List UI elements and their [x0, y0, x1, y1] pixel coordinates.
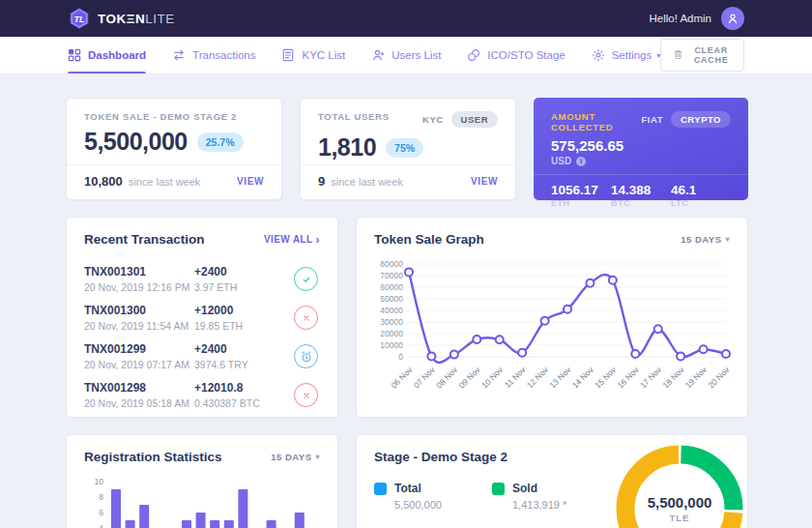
svg-text:70000: 70000 — [380, 271, 403, 280]
crypto-value: 1056.17 — [551, 183, 611, 197]
token-sale-badge: 25.7% — [197, 132, 244, 152]
svg-text:06 Nov: 06 Nov — [389, 365, 415, 391]
transaction-id: TNX001299 — [84, 342, 194, 356]
legend-swatch — [374, 483, 387, 495]
total-users-delta-caption: since last week — [331, 176, 403, 188]
users-list-icon — [371, 48, 385, 62]
stage-title: Stage - Demo Stage 2 — [374, 450, 508, 464]
middle-row: Recent Transaction VIEW ALL › TNX0013012… — [66, 217, 748, 418]
ico-stage-icon — [467, 48, 480, 62]
svg-text:80000: 80000 — [380, 259, 403, 269]
user-toggle[interactable]: USER — [451, 111, 498, 128]
crypto-unit: LTC — [671, 198, 731, 208]
graph-range-dropdown[interactable]: 15 DAYS ▾ — [681, 234, 730, 245]
transaction-amount: +12000 — [194, 304, 294, 317]
chevron-down-icon: ▾ — [656, 51, 660, 60]
stats-range-dropdown[interactable]: 15 DAYS ▾ — [271, 452, 320, 462]
tokenlite-logo-icon: TL — [68, 7, 91, 30]
svg-text:10: 10 — [95, 477, 104, 486]
nav-item-dashboard[interactable]: Dashboard — [68, 37, 146, 73]
transaction-amount: +2400 — [194, 265, 294, 279]
svg-text:0: 0 — [398, 352, 403, 362]
main-nav: DashboardTransactionsKYC ListUsers ListI… — [0, 37, 812, 74]
amount-collected-card: AMOUNT COLLECTED FIAT CRYPTO 575,256.65 … — [534, 98, 748, 200]
greeting-text: Hello! Admin — [649, 13, 711, 24]
transaction-row[interactable]: TNX00130020 Nov, 2019 11:54 AM+1200019.8… — [67, 304, 337, 332]
legend-item-sold: Sold1,413,919 * — [492, 482, 602, 511]
view-all-link[interactable]: VIEW ALL › — [264, 234, 320, 246]
topbar-right: Hello! Admin — [649, 7, 744, 30]
transaction-crypto-amount: 3.97 ETH — [194, 281, 294, 293]
crypto-amounts: 1056.17ETH14.388BTC46.1LTC — [551, 175, 731, 208]
dashboard-icon — [68, 48, 81, 62]
transaction-row[interactable]: TNX00129820 Nov, 2019 05:18 AM+12010.80.… — [67, 381, 337, 409]
nav-item-settings[interactable]: Settings▾ — [592, 37, 661, 73]
clear-cache-label: CLEAR CACHE — [690, 45, 732, 65]
stats-range-label: 15 DAYS — [271, 452, 311, 462]
clear-cache-button[interactable]: CLEAR CACHE — [660, 39, 744, 72]
token-sale-delta: 10,800 — [84, 174, 123, 189]
token-sale-line-chart: 0100002000030000400005000060000700008000… — [372, 256, 734, 409]
transaction-date: 20 Nov, 2019 07:17 AM — [84, 359, 194, 370]
dashboard-content: TOKEN SALE - DEMO STAGE 2 5,500,000 25.7… — [0, 74, 812, 528]
nav-item-kyc-list[interactable]: KYC List — [281, 37, 345, 73]
svg-text:09 Nov: 09 Nov — [457, 365, 483, 391]
token-sale-value: 5,500,000 — [84, 128, 188, 156]
crypto-unit: ETH — [551, 198, 611, 208]
chevron-down-icon: ▾ — [725, 235, 730, 244]
svg-text:17 Nov: 17 Nov — [638, 365, 664, 391]
svg-text:40000: 40000 — [380, 306, 403, 315]
svg-text:16 Nov: 16 Nov — [616, 365, 642, 391]
bottom-row: Registration Statistics 15 DAYS ▾ 108642… — [66, 434, 748, 528]
total-users-label: TOTAL USERS — [318, 111, 390, 122]
logo-monogram: TL — [74, 15, 85, 24]
brand-logo[interactable]: TL TOKΞNLITE — [68, 7, 175, 30]
transaction-row[interactable]: TNX00129920 Nov, 2019 07:17 AM+24003974.… — [67, 342, 337, 370]
transaction-crypto-amount: 3974.6 TRY — [194, 359, 294, 370]
transactions-icon — [172, 48, 186, 62]
legend-value: 5,500,000 — [394, 499, 492, 511]
crypto-amount-eth: 1056.17ETH — [551, 183, 611, 208]
svg-text:6: 6 — [99, 508, 103, 517]
settings-icon — [592, 48, 605, 62]
registration-statistics-title: Registration Statistics — [84, 450, 222, 464]
nav-item-transactions[interactable]: Transactions — [172, 37, 255, 73]
svg-text:08 Nov: 08 Nov — [434, 365, 460, 391]
svg-text:20000: 20000 — [380, 329, 403, 338]
status-approved-icon — [294, 267, 318, 291]
crypto-toggle[interactable]: CRYPTO — [671, 111, 731, 128]
registration-statistics-panel: Registration Statistics 15 DAYS ▾ 108642 — [66, 434, 338, 528]
legend-label: Sold — [512, 482, 537, 495]
total-users-delta: 9 — [318, 174, 325, 189]
registration-bar-chart: 108642 — [82, 474, 320, 528]
stage-panel: Stage - Demo Stage 2 Total5,500,000Sold1… — [356, 434, 748, 528]
total-users-view-link[interactable]: VIEW — [471, 176, 498, 187]
nav-item-label: Dashboard — [88, 49, 146, 61]
status-pending-icon — [294, 344, 318, 368]
svg-text:50000: 50000 — [380, 294, 403, 304]
nav-item-users-list[interactable]: Users List — [371, 37, 441, 73]
person-icon — [726, 12, 740, 25]
svg-text:13 Nov: 13 Nov — [547, 365, 573, 391]
brand-name-light: LITE — [145, 12, 175, 26]
fiat-toggle[interactable]: FIAT — [642, 114, 663, 125]
stats-row: TOKEN SALE - DEMO STAGE 2 5,500,000 25.7… — [66, 98, 748, 200]
transaction-crypto-amount: 0.430387 BTC — [194, 397, 294, 409]
kyc-toggle[interactable]: KYC — [422, 114, 444, 125]
transaction-date: 20 Nov, 2019 11:54 AM — [84, 320, 194, 332]
nav-item-ico-sto-stage[interactable]: ICO/STO Stage — [467, 37, 565, 73]
kyc-list-icon — [281, 48, 295, 62]
token-sale-delta-caption: since last week — [129, 176, 201, 188]
total-users-badge: 75% — [386, 138, 423, 158]
transaction-amount: +2400 — [194, 342, 294, 356]
stage-legend: Total5,500,000Sold1,413,919 *Sale %25.7%… — [357, 472, 620, 528]
svg-text:10000: 10000 — [380, 340, 403, 350]
status-rejected-icon — [294, 306, 318, 330]
svg-text:10 Nov: 10 Nov — [479, 365, 506, 391]
legend-label: Total — [394, 482, 421, 495]
transaction-row[interactable]: TNX00130120 Nov, 2019 12:16 PM+24003.97 … — [67, 265, 337, 293]
info-icon[interactable]: i — [576, 157, 586, 166]
user-avatar[interactable] — [721, 7, 744, 30]
token-sale-view-link[interactable]: VIEW — [237, 176, 264, 187]
recent-transactions-title: Recent Transaction — [84, 232, 205, 247]
